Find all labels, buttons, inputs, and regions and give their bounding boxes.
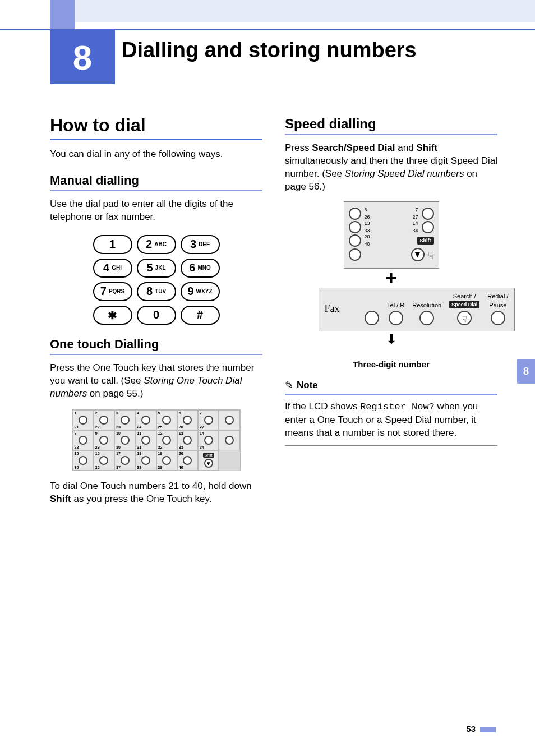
one-touch-body: Press the One Touch key that stores the … [50,362,262,400]
dial-key: 9WXYZ [181,282,220,301]
manual-dialling-heading: Manual dialling [50,173,262,188]
resolution-button: Resolution [412,302,441,325]
one-touch-cell: 424 [135,410,156,430]
one-touch-shift: Shift▼ [198,450,219,471]
fax-circle [365,302,379,325]
chapter-title: Dialling and storing numbers [122,38,417,62]
side-tab: 8 [517,359,535,384]
one-touch-cell: 2040 [177,450,198,471]
note-body: If the LCD shows Register Now? when you … [285,400,497,440]
one-touch-cell: 1939 [156,450,177,471]
note-title: Note [297,380,318,391]
one-touch-cell: 121 [73,410,94,430]
how-to-dial-heading: How to dial [50,115,262,136]
one-touch-cell: 1333 [177,430,198,450]
dial-pad: 12ABC3DEF4GHI5JKL6MNO7PQRS8TUV9WXYZ✱0# [93,235,220,325]
dial-key: 8TUV [137,282,176,301]
one-touch-grid: 1212223234245256267278289291030113112321… [72,409,241,471]
one-touch-body2: To dial One Touch numbers 21 to 40, hold… [50,480,262,506]
search-speed-dial-button: Search /Speed Dial☟ [449,293,479,325]
one-touch-cell: 1838 [135,450,156,471]
one-touch-cell: 1636 [94,450,114,471]
diagram-caption: Three-digit number [319,359,464,369]
redial-pause-button: Redial /Pause [487,293,508,325]
dial-key: ✱ [93,306,132,325]
right-column: Speed dialling Press Search/Speed Dial a… [285,109,497,514]
dial-key: 3DEF [181,235,220,254]
fax-button-row: Fax Tel / RResolutionSearch /Speed Dial☟… [319,288,515,331]
one-touch-cell: 1434 [198,430,219,450]
note-icon: ✎ [285,379,293,391]
one-touch-cell: 323 [114,410,135,430]
dial-key: 0 [137,306,176,325]
sd-shift-press: ▼☟ [349,248,434,261]
dial-key: # [181,306,220,325]
one-touch-cell: 1232 [156,430,177,450]
one-touch-cell: 727 [198,410,219,430]
sd-row: 2040Shift [349,234,434,247]
fax-label: Fax [325,303,340,315]
one-touch-cell: 1131 [135,430,156,450]
one-touch-cell: 1737 [114,450,135,471]
dial-key: 5JKL [137,259,176,278]
left-column: How to dial You can dial in any of the f… [50,109,262,514]
one-touch-cell: 929 [94,430,114,450]
one-touch-cell: 1030 [114,430,135,450]
dial-key: 4GHI [93,259,132,278]
one-touch-cell: 222 [94,410,114,430]
how-to-dial-intro: You can dial in any of the following way… [50,148,262,161]
header-decoration [0,0,535,29]
tel-r-button: Tel / R [387,302,404,325]
note-header: ✎ Note [285,379,497,391]
speed-dial-diagram: 626727133314342040Shift▼☟ + Fax Tel / RR… [319,201,464,369]
plus-icon: + [319,266,464,290]
manual-dialling-body: Use the dial pad to enter all the digits… [50,198,262,224]
speed-dialling-heading: Speed dialling [285,116,497,132]
dial-key: 6MNO [181,259,220,278]
one-touch-cell: 626 [177,410,198,430]
dial-key: 1 [93,235,132,254]
one-touch-cell [219,430,239,450]
down-arrow-icon: ⬇ [319,331,464,347]
one-touch-heading: One touch Dialling [50,337,262,352]
dial-key: 7PQRS [93,282,132,301]
page-number: 53 [466,724,496,734]
dial-key: 2ABC [137,235,176,254]
speed-dialling-body: Press Search/Speed Dial and Shift simult… [285,142,497,193]
one-touch-cell [219,410,239,430]
sd-row: 626727 [349,208,434,220]
one-touch-cell: 1535 [73,450,94,471]
one-touch-cell: 828 [73,430,94,450]
sd-row: 13331434 [349,221,434,233]
one-touch-cell: 525 [156,410,177,430]
chapter-number-badge: 8 [50,30,115,84]
